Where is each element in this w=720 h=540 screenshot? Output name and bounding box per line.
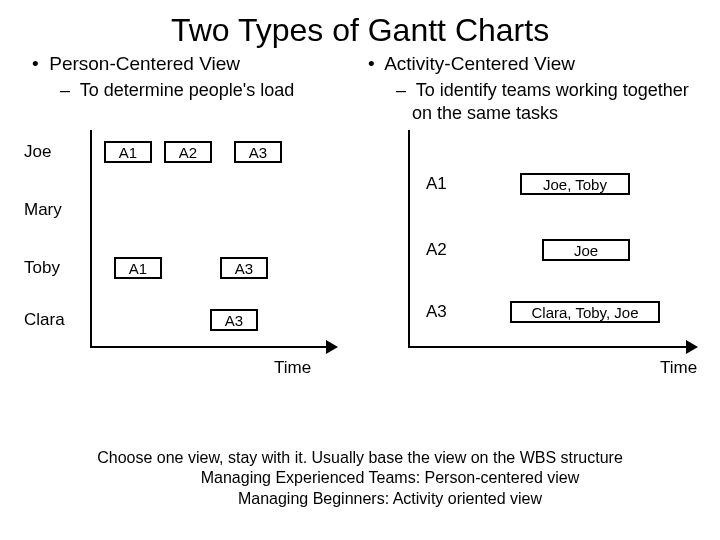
right-sub-text: To identify teams working together on th… <box>412 80 689 123</box>
bar-joe-a2: A2 <box>164 141 212 163</box>
label-mary: Mary <box>24 200 84 220</box>
left-x-axis <box>90 346 328 348</box>
row-toby: Toby A1 A3 <box>24 254 360 282</box>
row-mary: Mary <box>24 196 360 224</box>
label-a2: A2 <box>426 240 447 260</box>
footer-line-2: Managing Experienced Teams: Person-cente… <box>0 468 720 489</box>
bar-a1-team: Joe, Toby <box>520 173 630 195</box>
bar-a2-team: Joe <box>542 239 630 261</box>
left-heading: • Person-Centered View <box>24 53 360 75</box>
headings-row: • Person-Centered View – To determine pe… <box>0 49 720 124</box>
right-chart: Time A1 Joe, Toby A2 Joe A3 Clara, Toby,… <box>360 130 696 384</box>
right-col-head: • Activity-Centered View – To identify t… <box>360 53 696 124</box>
right-time-label: Time <box>660 358 697 378</box>
left-col-head: • Person-Centered View – To determine pe… <box>24 53 360 124</box>
row-a3: A3 Clara, Toby, Joe <box>360 298 696 326</box>
row-a2: A2 Joe <box>360 236 696 264</box>
left-heading-text: Person-Centered View <box>49 53 240 74</box>
row-clara: Clara A3 <box>24 306 360 334</box>
right-heading-text: Activity-Centered View <box>384 53 575 74</box>
bar-toby-a3: A3 <box>220 257 268 279</box>
footer-line-1: Choose one view, stay with it. Usually b… <box>0 448 720 469</box>
right-heading: • Activity-Centered View <box>360 53 696 75</box>
left-sub: – To determine people's load <box>24 79 360 102</box>
right-arrow-icon <box>686 340 698 354</box>
right-sub: – To identify teams working together on … <box>360 79 696 124</box>
bar-a3-team: Clara, Toby, Joe <box>510 301 660 323</box>
left-time-label: Time <box>274 358 311 378</box>
label-clara: Clara <box>24 310 84 330</box>
left-sub-text: To determine people's load <box>80 80 295 100</box>
bar-joe-a1: A1 <box>104 141 152 163</box>
right-x-axis <box>408 346 688 348</box>
label-a1: A1 <box>426 174 447 194</box>
footer-text: Choose one view, stay with it. Usually b… <box>0 448 720 510</box>
row-joe: Joe A1 A2 A3 <box>24 138 360 166</box>
footer-line-3: Managing Beginners: Activity oriented vi… <box>0 489 720 510</box>
row-a1: A1 Joe, Toby <box>360 170 696 198</box>
label-a3: A3 <box>426 302 447 322</box>
label-joe: Joe <box>24 142 84 162</box>
charts-row: Time Joe A1 A2 A3 Mary Toby A1 A3 Clara … <box>0 124 720 384</box>
bar-joe-a3: A3 <box>234 141 282 163</box>
label-toby: Toby <box>24 258 84 278</box>
bar-toby-a1: A1 <box>114 257 162 279</box>
slide-title: Two Types of Gantt Charts <box>0 0 720 49</box>
left-chart: Time Joe A1 A2 A3 Mary Toby A1 A3 Clara … <box>24 130 360 384</box>
left-arrow-icon <box>326 340 338 354</box>
bar-clara-a3: A3 <box>210 309 258 331</box>
